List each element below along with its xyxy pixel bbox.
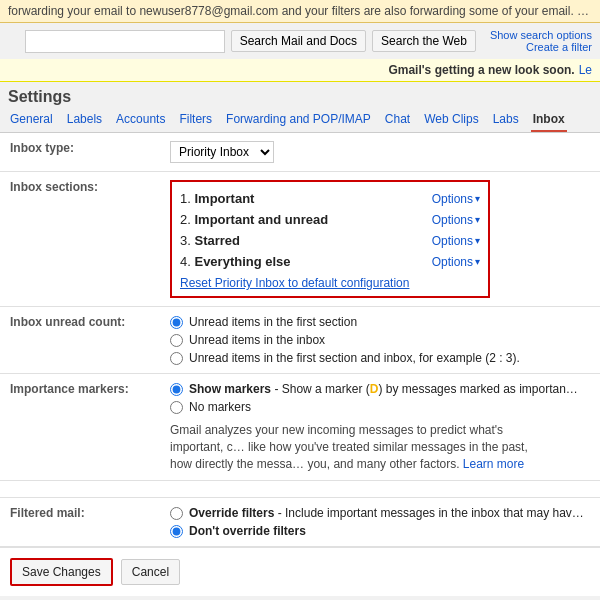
unread-both-option[interactable]: Unread items in the first section and in… — [170, 351, 590, 365]
filtered-mail-row: Filtered mail: Override filters - Includ… — [0, 498, 600, 547]
inbox-type-select[interactable]: Default Important first Unread first Sta… — [170, 141, 274, 163]
tab-accounts[interactable]: Accounts — [114, 108, 167, 132]
section-3-options[interactable]: Options ▾ — [432, 234, 480, 248]
inbox-unread-count-cell: Unread items in the first section Unread… — [160, 307, 600, 374]
settings-header: Settings — [0, 82, 600, 108]
tab-inbox[interactable]: Inbox — [531, 108, 567, 132]
search-input[interactable] — [25, 30, 225, 53]
inbox-unread-count-label: Inbox unread count: — [0, 307, 160, 374]
inbox-sections-label: Inbox sections: — [0, 172, 160, 307]
filtered-mail-cell: Override filters - Include important mes… — [160, 498, 600, 547]
section-4-options[interactable]: Options ▾ — [432, 255, 480, 269]
inbox-type-cell: Default Important first Unread first Sta… — [160, 133, 600, 172]
no-markers-option[interactable]: No markers — [170, 400, 590, 414]
tab-labels[interactable]: Labels — [65, 108, 104, 132]
tab-labs[interactable]: Labs — [491, 108, 521, 132]
tab-forwarding[interactable]: Forwarding and POP/IMAP — [224, 108, 373, 132]
no-markers-radio[interactable] — [170, 401, 183, 414]
tab-general[interactable]: General — [8, 108, 55, 132]
inbox-type-row: Inbox type: Default Important first Unre… — [0, 133, 600, 172]
section-row-3: 3. Starred Options ▾ — [180, 230, 480, 251]
tab-webclips[interactable]: Web Clips — [422, 108, 480, 132]
importance-markers-description: Gmail analyzes your new incoming message… — [170, 422, 550, 472]
section-4-name: Everything else — [194, 254, 290, 269]
unread-both-radio[interactable] — [170, 352, 183, 365]
importance-markers-radio-group: Show markers - Show a marker (D) by mess… — [170, 382, 590, 414]
settings-table: Inbox type: Default Important first Unre… — [0, 133, 600, 547]
inbox-unread-count-row: Inbox unread count: Unread items in the … — [0, 307, 600, 374]
importance-markers-label: Importance markers: — [0, 374, 160, 481]
override-filters-option[interactable]: Override filters - Include important mes… — [170, 506, 590, 520]
section-1-num: 1. Important — [180, 191, 254, 206]
show-markers-radio[interactable] — [170, 383, 183, 396]
filtered-mail-radio-group: Override filters - Include important mes… — [170, 506, 590, 538]
nav-tabs: General Labels Accounts Filters Forwardi… — [0, 108, 600, 133]
new-look-learn-more[interactable]: Le — [579, 63, 592, 77]
section-2-num: 2. Important and unread — [180, 212, 328, 227]
section-2-options[interactable]: Options ▾ — [432, 213, 480, 227]
importance-markers-row: Importance markers: Show markers - Show … — [0, 374, 600, 481]
inbox-type-label: Inbox type: — [0, 133, 160, 172]
importance-markers-cell: Show markers - Show a marker (D) by mess… — [160, 374, 600, 481]
search-web-button[interactable]: Search the Web — [372, 30, 476, 52]
warning-bar: forwarding your email to newuser8778@gma… — [0, 0, 600, 23]
inbox-sections-box: 1. Important Options ▾ 2. Important and … — [170, 180, 490, 298]
section-1-name: Important — [194, 191, 254, 206]
new-look-text: Gmail's getting a new look soon. — [388, 63, 574, 77]
settings-title: Settings — [8, 88, 71, 105]
inbox-sections-cell: 1. Important Options ▾ 2. Important and … — [160, 172, 600, 307]
show-markers-option[interactable]: Show markers - Show a marker (D) by mess… — [170, 382, 590, 396]
search-bar-row: Search Mail and Docs Search the Web Show… — [0, 23, 600, 59]
main-content: Inbox type: Default Important first Unre… — [0, 133, 600, 596]
no-override-filters-option[interactable]: Don't override filters — [170, 524, 590, 538]
cancel-button[interactable]: Cancel — [121, 559, 180, 585]
new-look-bar: Gmail's getting a new look soon. Le — [0, 59, 600, 82]
save-changes-button[interactable]: Save Changes — [10, 558, 113, 586]
section-4-num: 4. Everything else — [180, 254, 291, 269]
tab-filters[interactable]: Filters — [177, 108, 214, 132]
warning-text: forwarding your email to newuser8778@gma… — [8, 4, 600, 18]
chevron-down-icon-3: ▾ — [475, 235, 480, 246]
section-row-1: 1. Important Options ▾ — [180, 188, 480, 209]
unread-inbox-option[interactable]: Unread items in the inbox — [170, 333, 590, 347]
no-override-filters-radio[interactable] — [170, 525, 183, 538]
section-row-4: 4. Everything else Options ▾ — [180, 251, 480, 272]
section-2-name: Important and unread — [194, 212, 328, 227]
section-3-name: Starred — [194, 233, 240, 248]
marker-yellow-icon: D — [370, 382, 379, 396]
chevron-down-icon-4: ▾ — [475, 256, 480, 267]
inbox-sections-row: Inbox sections: 1. Important Options ▾ 2… — [0, 172, 600, 307]
learn-more-link[interactable]: Learn more — [463, 457, 524, 471]
spacer-row — [0, 481, 600, 498]
filtered-mail-label: Filtered mail: — [0, 498, 160, 547]
unread-count-radio-group: Unread items in the first section Unread… — [170, 315, 590, 365]
bottom-buttons: Save Changes Cancel — [0, 547, 600, 596]
reset-priority-inbox-link[interactable]: Reset Priority Inbox to default configur… — [180, 276, 480, 290]
chevron-down-icon: ▾ — [475, 193, 480, 204]
tab-chat[interactable]: Chat — [383, 108, 412, 132]
section-1-options[interactable]: Options ▾ — [432, 192, 480, 206]
unread-inbox-radio[interactable] — [170, 334, 183, 347]
show-search-options-link[interactable]: Show search options — [490, 29, 592, 41]
create-filter-link[interactable]: Create a filter — [526, 41, 592, 53]
unread-first-section-option[interactable]: Unread items in the first section — [170, 315, 590, 329]
chevron-down-icon-2: ▾ — [475, 214, 480, 225]
override-filters-radio[interactable] — [170, 507, 183, 520]
search-mail-docs-button[interactable]: Search Mail and Docs — [231, 30, 366, 52]
unread-first-section-radio[interactable] — [170, 316, 183, 329]
section-3-num: 3. Starred — [180, 233, 240, 248]
section-row-2: 2. Important and unread Options ▾ — [180, 209, 480, 230]
